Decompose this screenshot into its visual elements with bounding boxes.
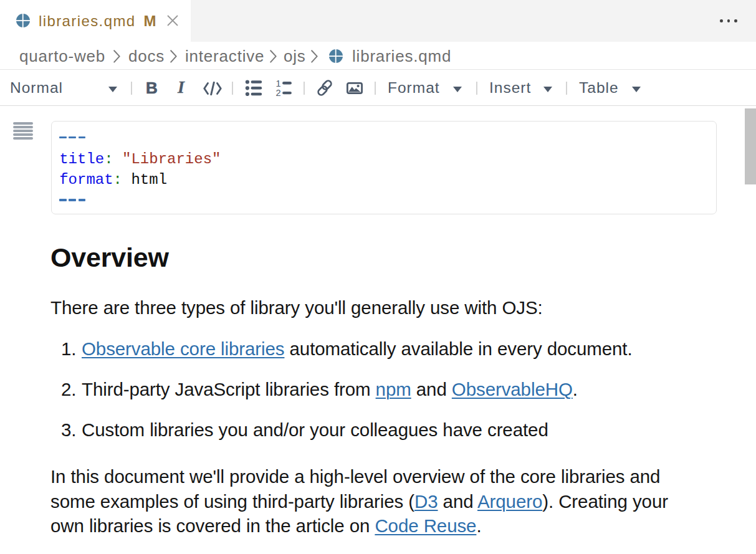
svg-text:2: 2 (275, 88, 280, 97)
svg-text:1: 1 (275, 79, 280, 88)
